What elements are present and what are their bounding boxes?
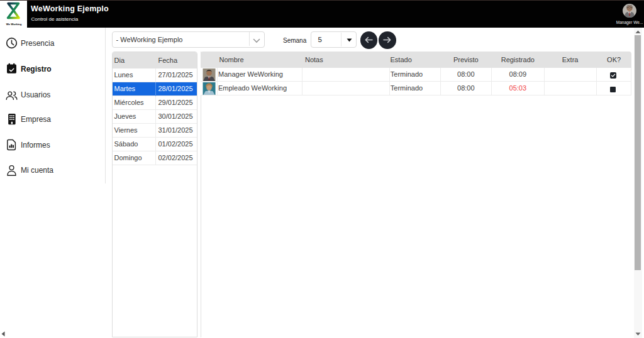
svg-text:We Working: We Working [6,23,22,26]
